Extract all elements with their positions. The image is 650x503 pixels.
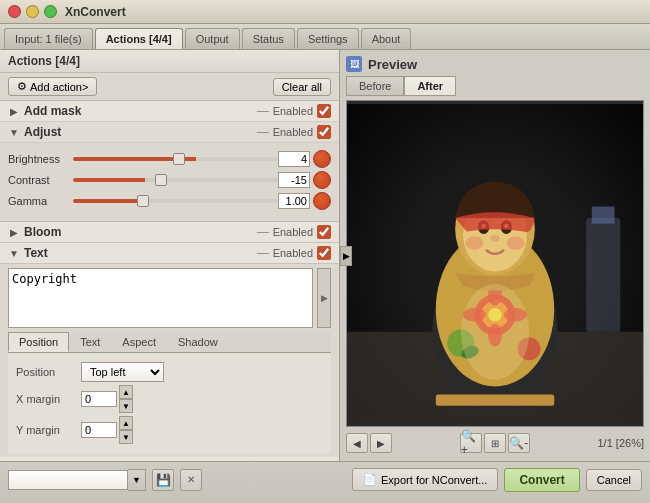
profile-select[interactable]	[8, 470, 128, 490]
preview-panel: 🖼 Preview Before After Copyright	[340, 50, 650, 461]
add-action-button[interactable]: ⚙ Add action>	[8, 77, 97, 96]
action-name-text: Text	[24, 246, 253, 260]
expand-arrow-addmask[interactable]: ▶	[8, 105, 20, 117]
y-margin-spinner[interactable]: ▲ ▼	[119, 416, 133, 444]
enabled-checkbox-addmask[interactable]	[317, 104, 331, 118]
svg-rect-27	[592, 207, 615, 224]
brightness-input[interactable]	[278, 151, 310, 167]
position-row: Position Top left Top center Top right C…	[16, 362, 323, 382]
maximize-button[interactable]	[44, 5, 57, 18]
prev-button[interactable]: ◀	[346, 433, 368, 453]
sub-tab-position[interactable]: Position	[8, 332, 69, 352]
brightness-slider[interactable]	[73, 157, 278, 161]
contrast-slider[interactable]	[73, 178, 278, 182]
position-section: Position Top left Top center Top right C…	[8, 353, 331, 453]
preview-title: Preview	[368, 57, 417, 72]
action-name-bloom: Bloom	[24, 225, 253, 239]
preview-header: 🖼 Preview	[346, 56, 644, 72]
action-item-text: ▼ Text — Enabled	[0, 243, 339, 264]
next-button[interactable]: ▶	[370, 433, 392, 453]
position-label: Position	[16, 366, 81, 378]
expand-arrow-text[interactable]: ▼	[8, 247, 20, 259]
cancel-button[interactable]: Cancel	[586, 469, 642, 491]
brightness-color-btn[interactable]	[313, 150, 331, 168]
enabled-checkbox-adjust[interactable]	[317, 125, 331, 139]
clear-all-button[interactable]: Clear all	[273, 78, 331, 96]
preview-nav-row: ◀ ▶ 🔍+ ⊞ 🔍- 1/1 [26%]	[346, 431, 644, 455]
zoom-out-button[interactable]: 🔍-	[508, 433, 530, 453]
sub-tab-shadow[interactable]: Shadow	[167, 332, 229, 352]
profile-dropdown-wrap: ▼	[8, 469, 146, 491]
contrast-row: Contrast	[8, 171, 331, 189]
text-content-input[interactable]: Copyright	[8, 268, 313, 328]
enabled-checkbox-text[interactable]	[317, 246, 331, 260]
x-margin-up[interactable]: ▲	[119, 385, 133, 399]
svg-point-12	[465, 236, 483, 250]
x-margin-spinner[interactable]: ▲ ▼	[119, 385, 133, 413]
y-margin-row: Y margin ▲ ▼	[16, 416, 323, 444]
gamma-slider[interactable]	[73, 199, 278, 203]
bottom-bar: ▼ 💾 ✕ 📄 Export for NConvert... Convert C…	[0, 461, 650, 497]
actions-panel: Actions [4/4] ⚙ Add action> Clear all ▶ …	[0, 50, 340, 461]
preview-image	[347, 101, 643, 426]
sub-tab-aspect[interactable]: Aspect	[111, 332, 167, 352]
actions-list[interactable]: ▶ Add mask — Enabled ▼ Adjust — Enabled …	[0, 101, 339, 461]
expand-arrow-bloom[interactable]: ▶	[8, 226, 20, 238]
delete-button[interactable]: ✕	[180, 469, 202, 491]
y-margin-down[interactable]: ▼	[119, 430, 133, 444]
y-margin-label: Y margin	[16, 424, 81, 436]
enabled-checkbox-bloom[interactable]	[317, 225, 331, 239]
prev-next-buttons: ◀ ▶	[346, 433, 392, 453]
panel-expand-arrow[interactable]: ▶	[340, 246, 352, 266]
close-button[interactable]	[8, 5, 21, 18]
text-section: Copyright ▶ Position Text Aspect Shadow …	[0, 264, 339, 457]
preview-tab-after[interactable]: After	[404, 76, 456, 96]
tab-settings[interactable]: Settings	[297, 28, 359, 49]
action-name-adjust: Adjust	[24, 125, 253, 139]
gamma-color-btn[interactable]	[313, 192, 331, 210]
contrast-input[interactable]	[278, 172, 310, 188]
x-margin-down[interactable]: ▼	[119, 399, 133, 413]
export-button[interactable]: 📄 Export for NConvert...	[352, 468, 498, 491]
expand-arrow-adjust[interactable]: ▼	[8, 126, 20, 138]
text-input-container: Copyright ▶	[8, 268, 331, 328]
action-item-bloom: ▶ Bloom — Enabled	[0, 222, 339, 243]
y-margin-up[interactable]: ▲	[119, 416, 133, 430]
profile-dd-arrow[interactable]: ▼	[128, 469, 146, 491]
preview-icon: 🖼	[346, 56, 362, 72]
y-margin-input[interactable]	[81, 422, 117, 438]
brightness-label: Brightness	[8, 153, 73, 165]
position-select[interactable]: Top left Top center Top right Center Bot…	[81, 362, 164, 382]
action-item-adjust: ▼ Adjust — Enabled	[0, 122, 339, 143]
preview-image-container: Copyright	[346, 100, 644, 427]
minimize-button[interactable]	[26, 5, 39, 18]
tab-input[interactable]: Input: 1 file(s)	[4, 28, 93, 49]
sub-tab-text[interactable]: Text	[69, 332, 111, 352]
convert-button[interactable]: Convert	[504, 468, 579, 492]
window-controls[interactable]	[8, 5, 57, 18]
gamma-input[interactable]	[278, 193, 310, 209]
export-icon: 📄	[363, 473, 377, 486]
adjust-section: Brightness Contrast Gamma	[0, 143, 339, 222]
tab-status[interactable]: Status	[242, 28, 295, 49]
tab-actions[interactable]: Actions [4/4]	[95, 28, 183, 49]
x-margin-input[interactable]	[81, 391, 117, 407]
gamma-row: Gamma	[8, 192, 331, 210]
textarea-scrollbar[interactable]: ▶	[317, 268, 331, 328]
contrast-label: Contrast	[8, 174, 73, 186]
zoom-in-button[interactable]: 🔍+	[460, 433, 482, 453]
tab-about[interactable]: About	[361, 28, 412, 49]
actions-toolbar: ⚙ Add action> Clear all	[0, 73, 339, 101]
svg-rect-26	[586, 218, 620, 332]
tab-output[interactable]: Output	[185, 28, 240, 49]
svg-point-13	[506, 236, 524, 250]
preview-tab-before[interactable]: Before	[346, 76, 404, 96]
actions-title: Actions [4/4]	[8, 54, 80, 68]
brightness-row: Brightness	[8, 150, 331, 168]
fit-button[interactable]: ⊞	[484, 433, 506, 453]
window-title: XnConvert	[65, 5, 126, 19]
svg-point-25	[461, 284, 529, 380]
svg-point-11	[490, 235, 499, 242]
save-button[interactable]: 💾	[152, 469, 174, 491]
contrast-color-btn[interactable]	[313, 171, 331, 189]
